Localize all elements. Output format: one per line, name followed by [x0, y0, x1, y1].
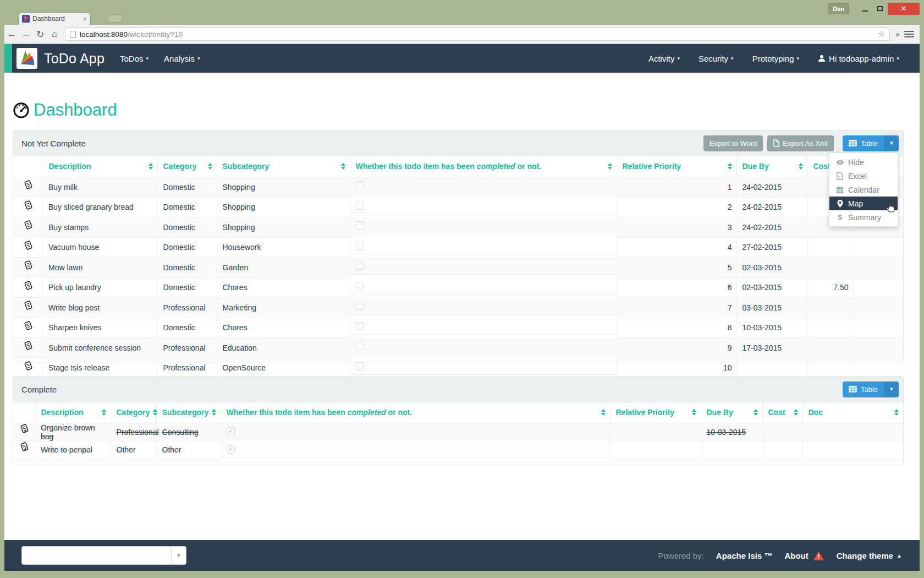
completed-checkbox[interactable] [356, 362, 364, 370]
sort-icon[interactable] [750, 409, 758, 416]
change-theme-link[interactable]: Change theme▲ [837, 551, 902, 560]
col-due-by[interactable]: Due By [701, 402, 762, 423]
reload-icon[interactable]: ↻ [33, 29, 47, 40]
sort-icon[interactable] [689, 409, 696, 416]
maximize-button[interactable] [872, 3, 888, 15]
page-title: Dashboard [34, 100, 117, 120]
svg-text:x: x [838, 175, 840, 179]
completed-checkbox[interactable] [356, 322, 364, 330]
completed-checkbox[interactable] [356, 221, 364, 230]
col-cost[interactable]: Cost [762, 402, 802, 423]
col-description[interactable]: Description [35, 402, 111, 423]
completed-checkbox[interactable] [356, 342, 364, 350]
browser-tab[interactable]: Dashboard × [18, 12, 91, 25]
menu-item-calendar[interactable]: Calendar [829, 183, 898, 197]
sort-icon[interactable] [98, 409, 106, 416]
col-completed[interactable]: Whether this todo item has been complete… [350, 156, 617, 177]
completed-checkbox[interactable]: ✓ [227, 445, 235, 454]
footer-select[interactable]: ▼ [21, 546, 186, 565]
sort-icon[interactable] [604, 163, 612, 170]
completed-checkbox[interactable] [356, 201, 364, 210]
table-row[interactable]: Write to penpalOtherOther ✓ [13, 441, 903, 459]
table-row[interactable]: Organize brown bagProfessionalConsulting… [13, 423, 903, 441]
sort-icon[interactable] [208, 409, 216, 416]
table-row[interactable]: Buy milkDomesticShopping124-02-2015 [13, 177, 903, 197]
sort-icon[interactable] [790, 409, 798, 416]
todo-item-done-icon [20, 442, 29, 451]
table-view-button[interactable]: Table [843, 381, 884, 397]
col-subcategory[interactable]: Subcategory [156, 402, 221, 423]
table-row[interactable]: Buy sliced granary breadDomesticShopping… [13, 197, 903, 217]
menu-item-excel[interactable]: x Excel [829, 169, 898, 183]
completed-checkbox[interactable] [356, 181, 364, 189]
url-text[interactable]: localhost:8080/wicket/entity?10 [80, 30, 183, 39]
bookmark-star-icon[interactable]: ☆ [878, 29, 885, 39]
app-title[interactable]: ToDo App [44, 51, 105, 67]
excel-file-icon: x [835, 172, 845, 180]
home-icon[interactable]: ⌂ [47, 29, 62, 40]
completed-checkbox[interactable] [356, 282, 364, 290]
view-dropdown-toggle[interactable]: ▼ [884, 381, 899, 397]
col-category[interactable]: Category [157, 156, 217, 177]
col-due-by[interactable]: Due By [736, 156, 807, 177]
nav-user-menu[interactable]: Hi todoapp-admin▾ [818, 54, 899, 63]
sort-icon[interactable] [795, 163, 803, 170]
table-row[interactable]: Sharpen knivesDomesticChores810-03-2015 [13, 318, 903, 338]
col-doc[interactable]: Doc [802, 402, 903, 423]
col-completed[interactable]: Whether this todo item has been complete… [221, 402, 610, 423]
todo-item-icon [24, 200, 33, 210]
sort-icon[interactable] [338, 163, 345, 170]
address-bar[interactable]: localhost:8080/wicket/entity?10 ☆ [65, 28, 890, 41]
table-view-button[interactable]: Table [843, 135, 884, 151]
close-button[interactable]: ✕ [888, 3, 920, 15]
sort-icon[interactable] [145, 163, 153, 170]
nav-prototyping[interactable]: Prototyping▾ [752, 54, 799, 63]
table-row[interactable]: Vacuum houseDomesticHousework427-02-2015 [13, 237, 903, 258]
minimize-button[interactable] [857, 3, 872, 15]
app-logo[interactable] [16, 48, 37, 69]
sort-icon[interactable] [724, 163, 732, 170]
col-category[interactable]: Category [111, 402, 156, 423]
sort-icon[interactable] [205, 163, 212, 170]
todo-item-icon [24, 301, 33, 310]
view-dropdown-toggle[interactable]: ▼ [884, 135, 899, 151]
nav-security[interactable]: Security▾ [698, 54, 734, 63]
sort-icon[interactable] [598, 409, 606, 416]
apache-isis-link[interactable]: Apache Isis ™ [716, 551, 773, 560]
table-row[interactable]: Submit conference sessionProfessionalEdu… [13, 338, 903, 358]
extensions-overflow-icon[interactable]: » [895, 30, 900, 39]
table-icon [849, 386, 857, 392]
col-subcategory[interactable]: Subcategory [217, 156, 350, 177]
table-row[interactable]: Write blog postProfessionalMarketing703-… [13, 298, 903, 318]
nav-activity[interactable]: Activity▾ [648, 54, 680, 63]
nav-todos[interactable]: ToDos▾ [120, 54, 148, 63]
table-row[interactable]: Mow lawnDomesticGarden502-03-2015 [13, 258, 903, 278]
page-content: Dashboard Not Yet Complete Export to Wor… [4, 73, 920, 540]
nav-analysis[interactable]: Analysis▾ [164, 54, 200, 63]
chrome-user-badge[interactable]: Dan [828, 3, 849, 14]
sort-icon[interactable] [150, 409, 157, 416]
menu-item-map[interactable]: Map [829, 197, 898, 210]
table-row[interactable]: Pick up laundryDomesticChores602-03-2015… [13, 277, 903, 298]
completed-checkbox[interactable] [356, 242, 364, 250]
todo-item-done-icon [20, 424, 29, 433]
completed-checkbox[interactable] [356, 302, 364, 310]
new-tab-button[interactable] [108, 14, 122, 23]
table-row[interactable]: Stage Isis releaseProfessionalOpenSource… [13, 358, 903, 378]
sort-icon[interactable] [891, 409, 899, 416]
completed-checkbox[interactable]: ✓ [227, 427, 235, 435]
forward-icon[interactable]: → [19, 29, 33, 40]
tab-close-icon[interactable]: × [82, 15, 87, 23]
completed-checkbox[interactable] [356, 261, 364, 270]
col-priority[interactable]: Relative Priority [617, 156, 736, 177]
back-icon[interactable]: ← [4, 29, 19, 40]
col-description[interactable]: Description [43, 156, 157, 177]
col-priority[interactable]: Relative Priority [610, 402, 701, 423]
user-icon [818, 54, 826, 62]
about-link[interactable]: About [784, 550, 824, 561]
table-row[interactable]: Buy stampsDomesticShopping324-02-2015 [13, 217, 903, 238]
menu-item-hide[interactable]: Hide [829, 155, 898, 169]
export-as-xml-button[interactable]: Export As Xml [767, 135, 834, 151]
browser-menu-icon[interactable] [904, 29, 914, 39]
export-to-word-button[interactable]: Export to Word [703, 135, 763, 151]
